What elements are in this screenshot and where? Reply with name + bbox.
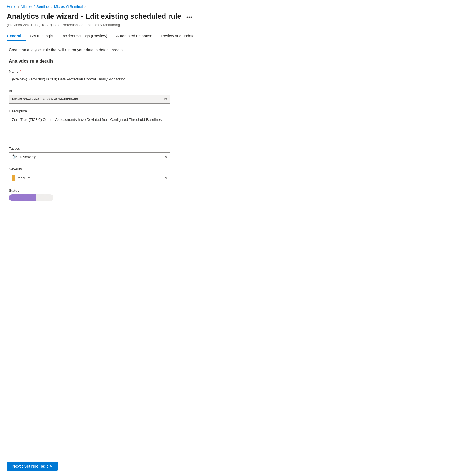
page-title: Analytics rule wizard - Edit existing sc… — [7, 12, 181, 21]
severity-field-group: Severity Medium ∨ — [9, 167, 242, 183]
tactics-dropdown-left: 🔭 Discovery — [12, 154, 36, 159]
name-label: Name * — [9, 69, 242, 73]
main-content: Create an analytics rule that will run o… — [0, 41, 251, 224]
tactics-dropdown[interactable]: 🔭 Discovery ∨ — [9, 152, 170, 161]
tab-incident-settings[interactable]: Incident settings (Preview) — [57, 31, 112, 41]
required-indicator: * — [20, 69, 21, 73]
copy-icon[interactable]: ⧉ — [164, 97, 167, 102]
breadcrumb-sentinel-1[interactable]: Microsoft Sentinel — [21, 4, 50, 9]
tactics-label: Tactics — [9, 146, 242, 151]
severity-color-indicator — [12, 175, 15, 181]
severity-chevron-icon: ∨ — [165, 176, 167, 180]
severity-value: Medium — [18, 176, 30, 180]
description-textarea[interactable]: Zero Trust(TIC3.0) Control Assessments h… — [9, 115, 170, 140]
severity-label: Severity — [9, 167, 242, 171]
status-toggle[interactable] — [9, 194, 53, 201]
id-input-wrapper: b854970f-ebcd-4bf2-b68a-97bbdf838a80 ⧉ — [9, 95, 170, 104]
tab-bar: General Set rule logic Incident settings… — [0, 27, 476, 41]
status-field-group: Status — [9, 188, 242, 201]
tab-set-rule-logic[interactable]: Set rule logic — [26, 31, 57, 41]
breadcrumb-sep-1: › — [18, 5, 19, 9]
id-label: Id — [9, 89, 242, 93]
status-label: Status — [9, 188, 242, 193]
breadcrumb: Home › Microsoft Sentinel › Microsoft Se… — [0, 0, 476, 11]
tactics-field-group: Tactics 🔭 Discovery ∨ — [9, 146, 242, 161]
tactics-chevron-icon: ∨ — [165, 155, 167, 159]
more-options-icon[interactable]: ••• — [185, 13, 194, 22]
id-field-group: Id b854970f-ebcd-4bf2-b68a-97bbdf838a80 … — [9, 89, 242, 104]
description-field-group: Description Zero Trust(TIC3.0) Control A… — [9, 109, 242, 141]
severity-dropdown-left: Medium — [12, 175, 30, 181]
description-label: Description — [9, 109, 242, 113]
tab-review-update[interactable]: Review and update — [157, 31, 199, 41]
page-header: Analytics rule wizard - Edit existing sc… — [0, 11, 476, 22]
severity-dropdown[interactable]: Medium ∨ — [9, 173, 170, 183]
name-field-group: Name * — [9, 69, 242, 83]
tab-general[interactable]: General — [7, 31, 26, 41]
breadcrumb-home[interactable]: Home — [7, 4, 16, 9]
intro-text: Create an analytics rule that will run o… — [9, 48, 242, 52]
id-value: b854970f-ebcd-4bf2-b68a-97bbdf838a80 — [12, 97, 164, 101]
page-subtitle: (Preview) ZeroTrust(TIC3.0) Data Protect… — [0, 22, 476, 27]
breadcrumb-sentinel-2[interactable]: Microsoft Sentinel — [54, 4, 83, 9]
tab-automated-response[interactable]: Automated response — [112, 31, 157, 41]
analytics-rule-details-heading: Analytics rule details — [9, 59, 242, 64]
tactics-value: Discovery — [20, 155, 36, 159]
name-input[interactable] — [9, 75, 170, 83]
breadcrumb-sep-2: › — [51, 5, 52, 9]
breadcrumb-sep-3: › — [84, 5, 86, 9]
tactics-icon: 🔭 — [12, 154, 18, 159]
